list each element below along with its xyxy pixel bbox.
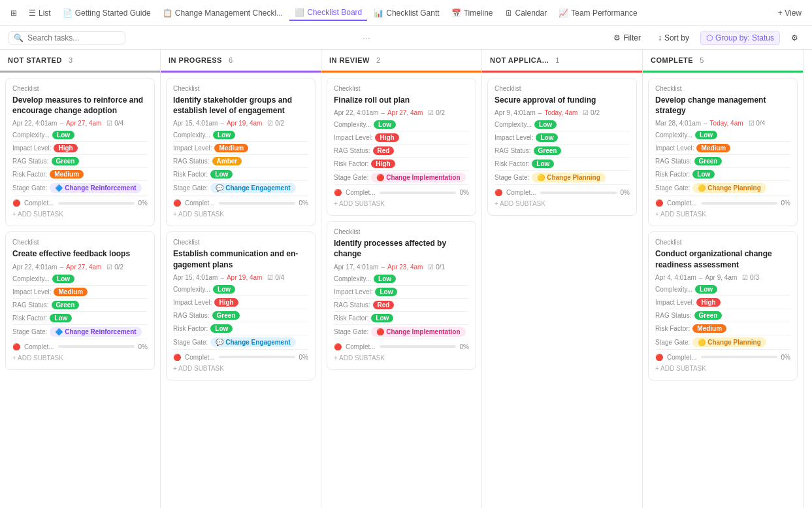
column-body-not-applicable: Checklist Secure approval of funding Apr… xyxy=(482,73,642,508)
filter-button[interactable]: ⚙ Filter xyxy=(608,31,647,45)
table-row[interactable]: Checklist Develop measures to reinforce … xyxy=(5,78,155,226)
card-type: Checklist xyxy=(12,85,148,92)
table-row[interactable]: Checklist Identify stakeholder groups an… xyxy=(166,78,316,226)
stage-row: Stage Gate: 🟡 Change Planning xyxy=(655,337,790,350)
stage-gate-badge: 🟡 Change Planning xyxy=(692,337,766,347)
rag-badge: Red xyxy=(373,301,395,309)
stage-row: Stage Gate: 🔷 Change Reinforcement xyxy=(12,327,148,339)
progress-pct: 0% xyxy=(621,189,630,196)
progress-bar xyxy=(219,356,295,358)
stage-row: Stage Gate: 🟡 Change Planning xyxy=(495,173,630,185)
nav-calendar[interactable]: 🗓 Calendar xyxy=(500,6,553,20)
progress-pct: 0% xyxy=(299,354,308,361)
card-type: Checklist xyxy=(655,85,790,92)
date-start: Apr 22, 4:01am xyxy=(334,109,378,116)
checklist-count: ☑ 0/4 xyxy=(106,120,123,127)
table-row[interactable]: Checklist Conduct organizational change … xyxy=(648,231,798,380)
nav-change-checklist-label: Change Management Checkl... xyxy=(175,8,283,18)
nav-change-checklist[interactable]: 📋 Change Management Checkl... xyxy=(157,6,288,20)
add-subtask-button[interactable]: + ADD SUBTASK xyxy=(12,353,148,363)
column-body-not-started: Checklist Develop measures to reinforce … xyxy=(0,73,160,508)
date-start: Apr 4, 4:01am xyxy=(655,274,696,281)
column-title: COMPLETE xyxy=(651,56,693,64)
card-title: Identify processes affected by change xyxy=(334,238,469,259)
progress-pct: 0% xyxy=(781,354,790,361)
risk-row: Risk Factor: Low xyxy=(173,170,308,181)
table-row[interactable]: Checklist Create effective feedback loop… xyxy=(5,231,155,369)
table-row[interactable]: Checklist Secure approval of funding Apr… xyxy=(487,78,637,216)
card-title: Secure approval of funding xyxy=(495,95,630,105)
add-subtask-button[interactable]: + ADD SUBTASK xyxy=(173,209,308,219)
add-subtask-button[interactable]: + ADD SUBTASK xyxy=(334,199,469,209)
card-dates: Apr 15, 4:01am – Apr 19, 4am ☑ 0/2 xyxy=(173,120,308,127)
add-subtask-button[interactable]: + ADD SUBTASK xyxy=(12,209,148,219)
add-subtask-button[interactable]: + ADD SUBTASK xyxy=(334,353,469,363)
nav-list[interactable]: ☰ List xyxy=(24,6,56,20)
board-icon: ⬜ xyxy=(295,8,304,17)
add-subtask-button[interactable]: + ADD SUBTASK xyxy=(655,209,790,219)
progress-bar xyxy=(701,202,777,205)
group-icon: ⬡ xyxy=(706,33,713,42)
rag-badge: Green xyxy=(694,311,723,320)
nav-timeline[interactable]: 📅 Timeline xyxy=(446,6,498,20)
settings-button[interactable]: ⚙ xyxy=(785,31,804,45)
search-box[interactable]: 🔍 xyxy=(8,31,125,44)
sort-by-button[interactable]: ↕ Sort by xyxy=(652,31,695,45)
nav-sidebar-toggle[interactable]: ⊞ xyxy=(5,6,22,20)
progress-pct: 0% xyxy=(138,199,148,207)
column-count: 1 xyxy=(555,56,559,64)
date-end: Apr 9, 4am xyxy=(705,274,737,281)
table-row[interactable]: Checklist Establish communication and en… xyxy=(166,231,316,380)
impact-row: Impact Level: High xyxy=(173,298,308,309)
add-subtask-button[interactable]: + ADD SUBTASK xyxy=(655,364,790,373)
card-title: Create effective feedback loops xyxy=(12,248,148,259)
checklist-count: ☑ 0/2 xyxy=(106,263,123,271)
impact-row: Impact Level: High xyxy=(12,144,148,155)
gantt-icon: 📊 xyxy=(374,8,383,18)
column-header-in-review: IN REVIEW 2 xyxy=(321,50,481,73)
column-not-started: NOT STARTED 3 Checklist Develop measures… xyxy=(0,50,161,508)
card-meta: Complexity... Low Impact Level: Low RAG … xyxy=(334,275,469,339)
date-start: Apr 22, 4:01am xyxy=(12,120,57,127)
add-subtask-button[interactable]: + ADD SUBTASK xyxy=(495,199,630,209)
complexity-row: Complexity... Low xyxy=(495,120,630,131)
nav-checklist-board[interactable]: ⬜ Checklist Board xyxy=(289,5,367,21)
table-row[interactable]: Checklist Finalize roll out plan Apr 22,… xyxy=(327,78,476,216)
add-subtask-button[interactable]: + ADD SUBTASK xyxy=(173,364,308,373)
nav-team-performance[interactable]: 📈 Team Performance xyxy=(553,6,642,20)
table-row[interactable]: Checklist Develop change management stra… xyxy=(648,78,798,226)
rag-row: RAG Status: Green xyxy=(12,301,148,312)
add-view-button[interactable]: + View xyxy=(773,6,807,20)
progress-label: Complet... xyxy=(667,199,697,207)
search-input[interactable] xyxy=(27,33,112,42)
column-body-in-progress: Checklist Identify stakeholder groups an… xyxy=(161,73,321,508)
card-type: Checklist xyxy=(495,85,630,92)
complexity-badge: Low xyxy=(534,120,557,129)
more-options-button[interactable]: ··· xyxy=(363,33,370,43)
card-meta: Complexity... Low Impact Level: Medium R… xyxy=(655,131,790,195)
card-title: Develop measures to reinforce and encour… xyxy=(12,95,148,116)
group-by-button[interactable]: ⬡ Group by: Status xyxy=(700,31,780,45)
nav-timeline-label: Timeline xyxy=(464,8,493,18)
stage-row: Stage Gate: 🟡 Change Planning xyxy=(655,183,790,195)
stage-gate-badge: 🔷 Change Reinforcement xyxy=(50,327,141,337)
progress-row: 🔴 Complet... 0% xyxy=(12,343,148,350)
card-meta: Complexity... Low Impact Level: Medium R… xyxy=(173,131,308,195)
nav-checklist-gantt[interactable]: 📊 Checklist Gantt xyxy=(368,6,444,20)
card-type: Checklist xyxy=(334,85,469,92)
rag-row: RAG Status: Amber xyxy=(173,157,308,168)
impact-row: Impact Level: High xyxy=(334,133,469,144)
table-row[interactable]: Checklist Identify processes affected by… xyxy=(327,221,476,369)
toolbar-right: ⚙ Filter ↕ Sort by ⬡ Group by: Status ⚙ xyxy=(608,31,804,45)
nav-getting-started[interactable]: 📄 Getting Started Guide xyxy=(57,6,156,20)
board: NOT STARTED 3 Checklist Develop measures… xyxy=(0,50,812,508)
progress-icon: 🔴 xyxy=(495,189,502,196)
stage-row: Stage Gate: 💬 Change Engagement xyxy=(173,337,308,350)
complexity-row: Complexity... Low xyxy=(334,120,469,131)
progress-icon: 🔴 xyxy=(334,189,342,196)
checklist-count: ☑ 0/4 xyxy=(749,120,766,127)
card-meta: Complexity... Low Impact Level: High RAG… xyxy=(12,131,148,195)
card-dates: Apr 4, 4:01am – Apr 9, 4am ☑ 0/3 xyxy=(655,274,790,281)
rag-row: RAG Status: Green xyxy=(495,146,630,158)
card-title: Establish communication and en-gagement … xyxy=(173,248,308,269)
